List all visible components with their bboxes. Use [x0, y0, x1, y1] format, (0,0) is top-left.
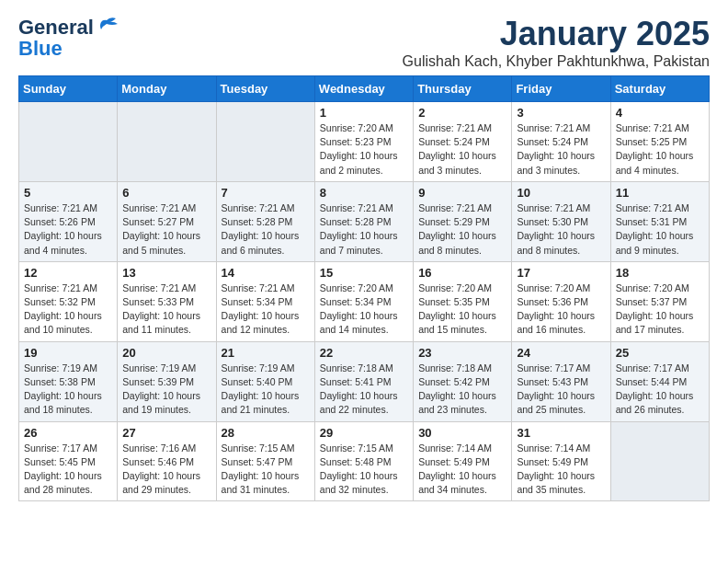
subtitle: Gulishah Kach, Khyber Pakhtunkhwa, Pakis…	[138, 53, 710, 70]
table-row: 27Sunrise: 7:16 AMSunset: 5:46 PMDayligh…	[118, 421, 216, 501]
day-info: Sunrise: 7:21 AMSunset: 5:33 PMDaylight:…	[122, 282, 210, 338]
day-number: 1	[320, 106, 408, 120]
day-info: Sunrise: 7:17 AMSunset: 5:45 PMDaylight:…	[24, 442, 112, 498]
table-row: 29Sunrise: 7:15 AMSunset: 5:48 PMDayligh…	[314, 421, 413, 501]
day-info: Sunrise: 7:21 AMSunset: 5:27 PMDaylight:…	[122, 201, 210, 258]
logo: General Blue	[18, 15, 119, 61]
table-row: 7Sunrise: 7:21 AMSunset: 5:28 PMDaylight…	[216, 181, 314, 261]
day-number: 5	[24, 186, 112, 200]
table-row: 26Sunrise: 7:17 AMSunset: 5:45 PMDayligh…	[19, 421, 118, 501]
day-info: Sunrise: 7:20 AMSunset: 5:35 PMDaylight:…	[418, 282, 506, 338]
day-info: Sunrise: 7:21 AMSunset: 5:24 PMDaylight:…	[418, 121, 506, 178]
day-number: 4	[616, 106, 704, 120]
day-number: 11	[616, 186, 704, 200]
day-info: Sunrise: 7:21 AMSunset: 5:34 PMDaylight:…	[222, 282, 310, 338]
table-row: 30Sunrise: 7:14 AMSunset: 5:49 PMDayligh…	[414, 421, 512, 501]
table-row: 21Sunrise: 7:19 AMSunset: 5:40 PMDayligh…	[216, 341, 314, 421]
day-number: 8	[320, 186, 408, 200]
calendar-week-row: 19Sunrise: 7:19 AMSunset: 5:38 PMDayligh…	[19, 341, 710, 421]
day-info: Sunrise: 7:15 AMSunset: 5:47 PMDaylight:…	[222, 442, 310, 498]
day-number: 6	[122, 186, 210, 200]
day-number: 12	[24, 266, 112, 280]
table-row	[118, 102, 216, 182]
col-header-sunday: Sunday	[19, 76, 118, 102]
day-number: 18	[616, 266, 704, 280]
day-number: 16	[418, 266, 506, 280]
day-info: Sunrise: 7:14 AMSunset: 5:49 PMDaylight:…	[418, 442, 506, 498]
day-info: Sunrise: 7:14 AMSunset: 5:49 PMDaylight:…	[517, 442, 605, 498]
table-row: 28Sunrise: 7:15 AMSunset: 5:47 PMDayligh…	[216, 421, 314, 501]
day-number: 9	[418, 186, 506, 200]
table-row: 14Sunrise: 7:21 AMSunset: 5:34 PMDayligh…	[216, 261, 314, 341]
day-info: Sunrise: 7:19 AMSunset: 5:39 PMDaylight:…	[122, 362, 210, 418]
table-row: 4Sunrise: 7:21 AMSunset: 5:25 PMDaylight…	[610, 102, 709, 182]
day-number: 17	[517, 266, 605, 280]
day-number: 28	[222, 426, 310, 440]
day-info: Sunrise: 7:21 AMSunset: 5:28 PMDaylight:…	[320, 201, 408, 258]
day-number: 3	[517, 106, 605, 120]
calendar-week-row: 12Sunrise: 7:21 AMSunset: 5:32 PMDayligh…	[19, 261, 710, 341]
table-row: 25Sunrise: 7:17 AMSunset: 5:44 PMDayligh…	[610, 341, 709, 421]
day-info: Sunrise: 7:19 AMSunset: 5:40 PMDaylight:…	[222, 362, 310, 418]
day-number: 20	[122, 346, 210, 360]
day-number: 29	[320, 426, 408, 440]
table-row: 12Sunrise: 7:21 AMSunset: 5:32 PMDayligh…	[19, 261, 118, 341]
table-row	[19, 102, 118, 182]
day-number: 2	[418, 106, 506, 120]
day-number: 31	[517, 426, 605, 440]
table-row: 9Sunrise: 7:21 AMSunset: 5:29 PMDaylight…	[414, 181, 512, 261]
table-row: 3Sunrise: 7:21 AMSunset: 5:24 PMDaylight…	[512, 102, 610, 182]
day-number: 10	[517, 186, 605, 200]
day-number: 27	[122, 426, 210, 440]
col-header-saturday: Saturday	[610, 76, 709, 102]
table-row: 17Sunrise: 7:20 AMSunset: 5:36 PMDayligh…	[512, 261, 610, 341]
header: General Blue January 2025 Gulishah Kach,…	[18, 15, 710, 70]
day-number: 14	[222, 266, 310, 280]
table-row: 24Sunrise: 7:17 AMSunset: 5:43 PMDayligh…	[512, 341, 610, 421]
logo-bird-icon	[94, 15, 119, 40]
day-info: Sunrise: 7:21 AMSunset: 5:29 PMDaylight:…	[418, 201, 506, 258]
table-row: 11Sunrise: 7:21 AMSunset: 5:31 PMDayligh…	[610, 181, 709, 261]
table-row: 20Sunrise: 7:19 AMSunset: 5:39 PMDayligh…	[118, 341, 216, 421]
day-number: 13	[122, 266, 210, 280]
table-row: 31Sunrise: 7:14 AMSunset: 5:49 PMDayligh…	[512, 421, 610, 501]
table-row: 8Sunrise: 7:21 AMSunset: 5:28 PMDaylight…	[314, 181, 413, 261]
day-info: Sunrise: 7:21 AMSunset: 5:32 PMDaylight:…	[24, 282, 112, 338]
day-number: 23	[418, 346, 506, 360]
day-number: 25	[616, 346, 704, 360]
day-info: Sunrise: 7:21 AMSunset: 5:28 PMDaylight:…	[222, 201, 310, 258]
col-header-tuesday: Tuesday	[216, 76, 314, 102]
day-number: 30	[418, 426, 506, 440]
day-number: 26	[24, 426, 112, 440]
table-row: 5Sunrise: 7:21 AMSunset: 5:26 PMDaylight…	[19, 181, 118, 261]
col-header-friday: Friday	[512, 76, 610, 102]
logo-blue: Blue	[18, 37, 63, 61]
table-row: 16Sunrise: 7:20 AMSunset: 5:35 PMDayligh…	[414, 261, 512, 341]
calendar-week-row: 26Sunrise: 7:17 AMSunset: 5:45 PMDayligh…	[19, 421, 710, 501]
main-title: January 2025	[138, 15, 710, 53]
day-number: 22	[320, 346, 408, 360]
calendar-header-row: SundayMondayTuesdayWednesdayThursdayFrid…	[19, 76, 710, 102]
day-number: 24	[517, 346, 605, 360]
day-info: Sunrise: 7:21 AMSunset: 5:26 PMDaylight:…	[24, 201, 112, 258]
table-row: 23Sunrise: 7:18 AMSunset: 5:42 PMDayligh…	[414, 341, 512, 421]
day-info: Sunrise: 7:20 AMSunset: 5:34 PMDaylight:…	[320, 282, 408, 338]
day-info: Sunrise: 7:17 AMSunset: 5:44 PMDaylight:…	[616, 362, 704, 418]
page-container: General Blue January 2025 Gulishah Kach,…	[0, 0, 728, 511]
day-info: Sunrise: 7:18 AMSunset: 5:41 PMDaylight:…	[320, 362, 408, 418]
calendar-table: SundayMondayTuesdayWednesdayThursdayFrid…	[18, 75, 710, 501]
day-info: Sunrise: 7:21 AMSunset: 5:30 PMDaylight:…	[517, 201, 605, 258]
day-info: Sunrise: 7:21 AMSunset: 5:31 PMDaylight:…	[616, 201, 704, 258]
table-row: 2Sunrise: 7:21 AMSunset: 5:24 PMDaylight…	[414, 102, 512, 182]
col-header-thursday: Thursday	[414, 76, 512, 102]
col-header-wednesday: Wednesday	[314, 76, 413, 102]
day-info: Sunrise: 7:21 AMSunset: 5:25 PMDaylight:…	[616, 121, 704, 178]
day-info: Sunrise: 7:19 AMSunset: 5:38 PMDaylight:…	[24, 362, 112, 418]
day-number: 15	[320, 266, 408, 280]
table-row: 10Sunrise: 7:21 AMSunset: 5:30 PMDayligh…	[512, 181, 610, 261]
day-info: Sunrise: 7:21 AMSunset: 5:24 PMDaylight:…	[517, 121, 605, 178]
col-header-monday: Monday	[118, 76, 216, 102]
table-row: 1Sunrise: 7:20 AMSunset: 5:23 PMDaylight…	[314, 102, 413, 182]
day-info: Sunrise: 7:16 AMSunset: 5:46 PMDaylight:…	[122, 442, 210, 498]
day-number: 19	[24, 346, 112, 360]
